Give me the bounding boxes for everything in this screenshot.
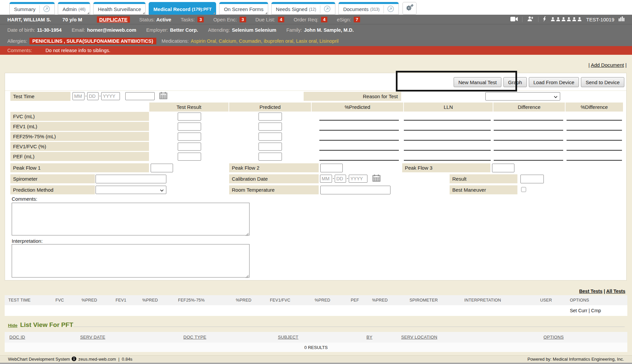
graph-button[interactable]: Graph — [503, 77, 527, 87]
fev1-row-label: FEV1 (mL) — [10, 122, 149, 131]
list-col-serv-location[interactable]: SERV LOCATION — [401, 332, 437, 343]
interpretation-textarea[interactable] — [12, 244, 250, 278]
tab-medical-record[interactable]: Medical Record (179):PFT — [149, 2, 216, 15]
open-enc-count-badge[interactable]: 3 — [240, 17, 246, 22]
family-label: Family: — [286, 27, 302, 33]
open-new-window-icon[interactable] — [43, 5, 50, 13]
list-col-doc-id[interactable]: DOC ID — [9, 332, 25, 343]
tab-health-surveillance[interactable]: Health Surveillance — [93, 2, 146, 15]
status-label: Status: — [139, 17, 155, 22]
fev1-predicted-input[interactable] — [259, 123, 282, 131]
tab-summary[interactable]: Summary — [9, 2, 55, 15]
prediction-method-select[interactable] — [96, 186, 166, 194]
pef-predicted-input[interactable] — [259, 153, 282, 161]
video-camera-icon[interactable] — [510, 17, 518, 22]
list-col-doc-type[interactable]: DOC TYPE — [183, 332, 206, 343]
fev1-fvc-percent-predicted-line — [319, 150, 399, 151]
peak-flow-2-label-cell: Peak Flow 2 — [229, 163, 319, 172]
tab-count: (179):PFT — [192, 7, 211, 12]
reason-for-test-select[interactable] — [485, 92, 560, 101]
pft-toolbar: New Manual Test Graph Load From Device S… — [454, 77, 624, 87]
list-col-by[interactable]: BY — [366, 332, 372, 343]
due-list-count-badge[interactable]: 4 — [278, 17, 284, 22]
render-time: 0.84s — [122, 357, 133, 362]
esign-count-badge[interactable]: 7 — [354, 17, 360, 22]
column-header-percent-predicted: %Predicted — [312, 103, 403, 112]
tab-label: Health Surveillance — [98, 6, 141, 12]
fvc-test-result-input[interactable] — [178, 113, 201, 121]
results-col-pred-4: %PRED — [315, 295, 330, 305]
result-input[interactable] — [520, 175, 544, 183]
tab-documents[interactable]: Documents (313) — [338, 2, 399, 15]
comments-banner: Comments: Do not release info to sibling… — [0, 46, 632, 55]
best-maneuver-checkbox[interactable] — [521, 187, 526, 192]
fef25-75-test-result-input[interactable] — [178, 133, 201, 141]
user-icon — [577, 17, 582, 22]
tab-admin[interactable]: Admin (46) — [58, 2, 90, 15]
footer-bar: WebChart Development System zeus.med-web… — [0, 355, 632, 363]
best-tests-link[interactable]: Best Tests — [579, 289, 603, 294]
room-temperature-input[interactable] — [320, 186, 390, 194]
fev1-fvc-test-result-input[interactable] — [178, 143, 201, 151]
set-curr-cmp-links[interactable]: Set Curr | Cmp — [570, 305, 601, 316]
hide-link[interactable]: Hide — [8, 323, 17, 328]
fef25-75-lln-line — [404, 140, 491, 141]
calibration-day-input[interactable] — [335, 175, 346, 183]
pef-difference-line — [494, 160, 563, 161]
calibration-month-input[interactable] — [320, 175, 332, 183]
calendar-icon[interactable] — [159, 92, 167, 99]
fev1-fvc-lln-line — [404, 150, 491, 151]
date-separator — [99, 93, 101, 99]
tasks-label: Tasks: — [181, 17, 195, 22]
tab-label: Needs Signed — [276, 6, 307, 12]
all-tests-link[interactable]: All Tests — [606, 289, 625, 294]
list-col-subject[interactable]: SUBJECT — [278, 332, 298, 343]
add-document-link[interactable]: Add Document — [591, 62, 624, 68]
tasks-count-badge[interactable]: 3 — [197, 17, 204, 22]
medication: Lisinopril — [319, 38, 338, 44]
peak-flow-2-input[interactable] — [320, 164, 343, 172]
comments-textarea[interactable] — [12, 203, 250, 235]
peak-flow-1-input[interactable] — [151, 164, 173, 172]
column-header-difference: Difference — [493, 103, 565, 112]
new-manual-test-button[interactable]: New Manual Test — [454, 77, 501, 87]
fev1-test-result-input[interactable] — [178, 123, 201, 131]
test-time-month-input[interactable] — [72, 92, 85, 100]
results-col-interpretation: INTERPRETATION — [464, 295, 501, 305]
fvc-predicted-input[interactable] — [259, 113, 282, 121]
open-new-window-icon[interactable] — [387, 5, 394, 13]
calibration-year-input[interactable] — [349, 175, 367, 183]
dob-value: 11-30-1954 — [37, 27, 61, 33]
results-col-user: USER — [540, 295, 552, 305]
order-req-count-badge[interactable]: 4 — [321, 17, 327, 22]
settings-button[interactable] — [403, 2, 417, 15]
chart-icon[interactable] — [619, 16, 625, 22]
user-icon — [561, 17, 566, 22]
load-from-device-button[interactable]: Load From Device — [529, 77, 579, 87]
results-table-row: Set Curr | Cmp — [5, 305, 627, 316]
best-maneuver-label-cell: Best Maneuver — [450, 185, 517, 194]
open-new-window-icon[interactable] — [324, 5, 331, 13]
results-col-pred-2: %PRED — [142, 295, 158, 305]
tab-on-screen-forms[interactable]: On Screen Forms — [219, 2, 268, 15]
add-user-icon[interactable] — [527, 16, 534, 22]
pef-test-result-input[interactable] — [178, 153, 201, 161]
list-col-serv-date[interactable]: SERV DATE — [80, 332, 105, 343]
send-to-device-button[interactable]: Send to Device — [581, 77, 624, 87]
tab-needs-signed[interactable]: Needs Signed (12) — [271, 2, 336, 15]
lightning-icon[interactable] — [543, 16, 546, 23]
calendar-icon[interactable] — [372, 174, 380, 182]
fev1-fvc-predicted-input[interactable] — [259, 143, 282, 151]
peak-flow-3-input[interactable] — [492, 164, 514, 172]
duplicate-badge[interactable]: DUPLICATE — [97, 16, 130, 23]
divider — [603, 289, 606, 294]
test-time-time-input[interactable] — [125, 92, 155, 100]
spirometer-input[interactable] — [96, 175, 166, 183]
fef25-75-predicted-input[interactable] — [259, 133, 282, 141]
list-view-title: List View For PFT — [20, 321, 73, 329]
test-time-year-input[interactable] — [101, 92, 120, 100]
list-view-header: Hide List View For PFT — [8, 321, 73, 329]
test-time-day-input[interactable] — [87, 92, 99, 100]
list-col-options[interactable]: OPTIONS — [543, 332, 564, 343]
date-separator — [347, 176, 348, 181]
